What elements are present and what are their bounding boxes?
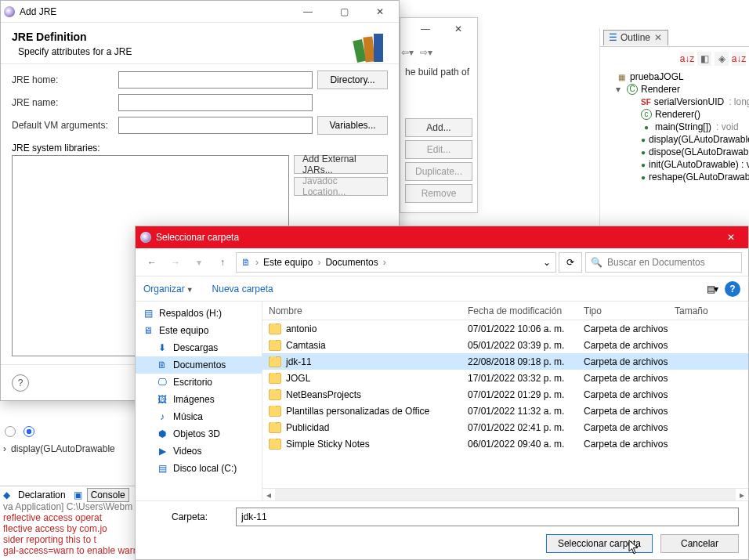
dialog-hint: he build path of <box>400 63 477 87</box>
col-size[interactable]: Tamaño <box>668 305 723 316</box>
outline-tab[interactable]: ☰ Outline ✕ <box>603 30 668 45</box>
vm-args-input[interactable] <box>118 117 313 134</box>
fwd-arrow-icon[interactable]: ⇨▾ <box>420 47 432 58</box>
file-row[interactable]: JOGL17/01/2022 03:32 p. m.Carpeta de arc… <box>262 370 748 386</box>
side-button[interactable]: Duplicate... <box>405 162 472 181</box>
variables-button[interactable]: Variables... <box>317 116 388 135</box>
scroll-right-icon[interactable]: ▸ <box>736 489 748 500</box>
col-type[interactable]: Tipo <box>577 305 668 316</box>
dialog-titlebar[interactable]: Add JRE — ▢ ✕ <box>1 1 399 23</box>
directory-button[interactable]: Directory... <box>317 70 388 89</box>
scroll-track[interactable] <box>275 489 736 500</box>
horizontal-scrollbar[interactable]: ◂ ▸ <box>262 488 748 500</box>
file-row[interactable]: antonio07/01/2022 10:06 a. m.Carpeta de … <box>262 320 748 337</box>
javadoc-location-button[interactable]: Javadoc Location... <box>294 177 388 196</box>
search-input[interactable]: 🔍 Buscar en Documentos <box>585 252 742 273</box>
tab-console[interactable]: Console <box>87 488 129 502</box>
select-folder-button[interactable]: Seleccionar carpeta <box>546 534 653 553</box>
hide-fields-icon[interactable]: ◈ <box>715 52 729 66</box>
chevron-right-icon[interactable]: › <box>317 257 320 268</box>
file-row[interactable]: NetBeansProjects07/01/2022 01:29 p. m.Ca… <box>262 386 748 403</box>
places-item[interactable]: 🗎Documentos <box>136 356 262 374</box>
file-row[interactable]: jdk-1122/08/2018 09:18 p. m.Carpeta de a… <box>262 353 748 370</box>
breadcrumb-item[interactable]: Este equipo <box>263 257 313 268</box>
run-option[interactable] <box>5 426 16 437</box>
member-icon: ● <box>641 146 646 157</box>
view-mode-icon[interactable]: ▤▾ <box>707 284 717 294</box>
places-item[interactable]: ⬇Descargas <box>136 339 262 356</box>
places-item[interactable]: ♪Música <box>136 408 262 425</box>
organize-menu[interactable]: Organizar▼ <box>143 284 194 294</box>
back-arrow-icon[interactable]: ⇦▾ <box>401 47 414 58</box>
addr-dropdown-icon[interactable]: ⌄ <box>543 257 551 268</box>
refresh-icon[interactable]: ⟳ <box>559 252 582 273</box>
places-item[interactable]: 🖼Imágenes <box>136 391 262 408</box>
close-icon[interactable]: ✕ <box>718 228 744 247</box>
places-item[interactable]: 🖥Este equipo <box>136 322 262 339</box>
btn-label: Javadoc Location... <box>302 175 379 197</box>
tree-member[interactable]: ●init(GLAutoDrawable) : v <box>605 158 746 171</box>
side-button[interactable]: Add... <box>405 118 472 137</box>
3d-icon: ⬢ <box>156 428 168 440</box>
scroll-left-icon[interactable]: ◂ <box>262 489 275 500</box>
breadcrumb-item[interactable]: display(GLAutoDrawable <box>11 443 115 454</box>
tree-member[interactable]: cRenderer() <box>605 108 746 121</box>
new-folder-button[interactable]: Nueva carpeta <box>212 284 273 294</box>
help-icon[interactable]: ? <box>12 374 29 392</box>
col-date[interactable]: Fecha de modificación <box>461 305 577 316</box>
run-option-selected[interactable] <box>24 426 34 437</box>
address-bar[interactable]: 🗎 › Este equipo › Documentos › ⌄ <box>236 252 556 273</box>
docs-icon: 🗎 <box>156 359 168 371</box>
dialog-titlebar[interactable]: Seleccionar carpeta ✕ <box>136 226 748 248</box>
chevron-down-icon[interactable]: ▾ <box>616 84 624 95</box>
chevron-right-icon[interactable]: › <box>383 257 386 268</box>
member-icon: ● <box>641 134 646 145</box>
file-row[interactable]: Plantillas personalizadas de Office07/01… <box>262 403 748 419</box>
breadcrumb-item[interactable]: Documentos <box>325 257 378 268</box>
chevron-right-icon[interactable]: › <box>255 257 259 268</box>
editor-breadcrumb[interactable]: › display(GLAutoDrawable <box>0 441 115 457</box>
file-row[interactable]: Camtasia05/01/2022 03:39 p. m.Carpeta de… <box>262 337 748 353</box>
add-external-jars-button[interactable]: Add External JARs... <box>294 155 388 174</box>
help-icon[interactable]: ? <box>725 281 740 297</box>
tree-member[interactable]: SFserialVersionUID : long <box>605 96 746 108</box>
places-item[interactable]: ▤Disco local (C:) <box>136 460 262 477</box>
tree-member[interactable]: ●display(GLAutoDrawable <box>605 133 746 146</box>
tab-declaration[interactable]: Declaration <box>15 490 69 500</box>
close-icon[interactable]: ✕ <box>364 2 396 21</box>
nav-up-icon[interactable]: ↑ <box>212 252 233 273</box>
search-placeholder: Buscar en Documentos <box>607 257 705 268</box>
folder-name-input[interactable] <box>236 508 739 526</box>
tree-package[interactable]: ▦ pruebaJOGL <box>605 70 746 83</box>
close-icon[interactable]: ✕ <box>443 20 474 38</box>
places-item[interactable]: ⬢Objetos 3D <box>136 425 262 443</box>
jre-home-input[interactable] <box>118 71 313 89</box>
eclipse-icon <box>4 6 15 17</box>
sort-az2-icon[interactable]: a↓z <box>732 52 746 66</box>
minimize-icon[interactable]: — <box>410 20 441 38</box>
col-name[interactable]: Nombre <box>262 305 461 316</box>
side-button[interactable]: Edit... <box>405 140 472 159</box>
file-list-header[interactable]: Nombre Fecha de modificación Tipo Tamaño <box>262 302 748 320</box>
places-item[interactable]: ▶Videos <box>136 443 262 460</box>
cancel-button[interactable]: Cancelar <box>660 534 739 553</box>
places-item[interactable]: 🖵Escritorio <box>136 374 262 391</box>
nav-back-icon[interactable]: ← <box>142 252 162 273</box>
tree-class[interactable]: ▾ C Renderer <box>605 83 746 96</box>
tree-member[interactable]: ●reshape(GLAutoDrawable <box>605 171 746 183</box>
pc-icon: 🖥 <box>142 324 154 337</box>
tree-member[interactable]: ●main(String[]) : void <box>605 121 746 133</box>
filter-icon[interactable]: ◧ <box>697 52 711 66</box>
file-name: Camtasia <box>286 340 326 351</box>
nav-recent-icon[interactable]: ▾ <box>189 252 209 273</box>
file-row[interactable]: Publicidad07/01/2022 02:41 p. m.Carpeta … <box>262 419 748 435</box>
jre-name-input[interactable] <box>118 94 313 111</box>
places-item[interactable]: ▤Respaldos (H:) <box>136 305 262 322</box>
file-row[interactable]: Simple Sticky Notes06/01/2022 09:40 a. m… <box>262 435 748 452</box>
minimize-icon[interactable]: — <box>292 2 324 21</box>
side-button[interactable]: Remove <box>405 184 472 203</box>
maximize-icon[interactable]: ▢ <box>328 2 360 21</box>
tree-member[interactable]: ●dispose(GLAutoDrawable <box>605 146 746 158</box>
close-icon[interactable]: ✕ <box>653 33 663 42</box>
sort-az-icon[interactable]: a↓z <box>680 52 694 66</box>
